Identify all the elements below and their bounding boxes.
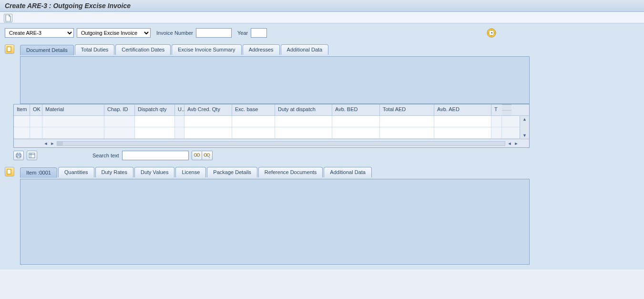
find-next-icon[interactable]	[202, 151, 213, 160]
col-avb-aed[interactable]: Avb. AED	[434, 104, 491, 115]
upper-tabstrip: Document Details Total Duties Certificat…	[20, 44, 329, 55]
find-icon[interactable]	[192, 151, 202, 160]
svg-point-8	[204, 154, 207, 156]
table-row[interactable]	[14, 127, 520, 139]
svg-rect-4	[17, 156, 20, 158]
svg-rect-2	[16, 154, 21, 157]
tab-duty-values[interactable]: Duty Values	[134, 167, 175, 177]
tab-total-duties[interactable]: Total Duties	[75, 44, 114, 55]
search-label: Search text	[92, 153, 119, 158]
tab-excise-invoice-summary[interactable]: Excise Invoice Summary	[172, 44, 241, 55]
col-avb-bed[interactable]: Avb. BED	[332, 104, 380, 115]
tab-package-details[interactable]: Package Details	[207, 167, 257, 177]
year-label: Year	[237, 30, 248, 36]
year-input[interactable]	[251, 28, 267, 38]
grid-config-buttons[interactable]	[502, 104, 511, 115]
svg-rect-5	[29, 153, 35, 158]
tab-additional-data-upper[interactable]: Additional Data	[281, 44, 329, 55]
scroll-right-inner-icon[interactable]: ►	[49, 141, 56, 146]
col-dispatch-qty[interactable]: Dispatch qty	[135, 104, 175, 115]
grid-header: Item OK Material Chap. ID Dispatch qty U…	[14, 104, 529, 116]
new-document-icon[interactable]	[4, 14, 12, 22]
col-duty-dispatch[interactable]: Duty at dispatch	[275, 104, 332, 115]
table-row[interactable]	[14, 116, 520, 127]
document-select[interactable]: Outgoing Excise Invoice	[77, 28, 151, 38]
svg-point-0	[487, 29, 496, 37]
page-title: Create ARE-3 : Outgoing Excise Invoice	[0, 0, 644, 12]
horizontal-scrollbar[interactable]: ◄ ► ◄ ►	[14, 139, 529, 147]
tab-license[interactable]: License	[175, 167, 206, 177]
vertical-scrollbar[interactable]: ▲ ▼	[520, 116, 529, 139]
app-toolbar	[0, 12, 644, 23]
col-uom[interactable]: U...	[175, 104, 184, 115]
item-grid: Item OK Material Chap. ID Dispatch qty U…	[13, 104, 530, 148]
tab-document-details[interactable]: Document Details	[20, 45, 74, 55]
invoice-number-label: Invoice Number	[156, 30, 193, 36]
col-chap-id[interactable]: Chap. ID	[104, 104, 135, 115]
upper-panel	[20, 56, 530, 104]
search-bar: Search text	[13, 151, 639, 160]
tab-addresses[interactable]: Addresses	[243, 44, 280, 55]
svg-point-7	[197, 154, 200, 156]
col-item[interactable]: Item	[14, 104, 30, 115]
col-total-aed[interactable]: Total AED	[380, 104, 434, 115]
export-icon[interactable]	[27, 151, 37, 160]
col-material[interactable]: Material	[42, 104, 104, 115]
print-icon[interactable]	[13, 151, 24, 160]
svg-point-6	[194, 154, 197, 156]
tab-additional-data-lower[interactable]: Additional Data	[324, 167, 372, 177]
tab-reference-documents[interactable]: Reference Documents	[258, 167, 323, 177]
execute-icon[interactable]	[487, 28, 496, 38]
col-exc-base[interactable]: Exc. base	[232, 104, 275, 115]
svg-point-9	[207, 154, 210, 156]
lower-tabstrip: Item :0001 Quantities Duty Rates Duty Va…	[20, 167, 373, 177]
main-area: Create ARE-3 Outgoing Excise Invoice Inv…	[0, 23, 644, 269]
col-ok[interactable]: OK	[30, 104, 42, 115]
col-t[interactable]: T	[491, 104, 502, 115]
tab-quantities[interactable]: Quantities	[58, 167, 94, 177]
scroll-down-icon[interactable]: ▼	[522, 133, 527, 138]
collapse-lower-icon[interactable]	[5, 167, 14, 176]
collapse-upper-icon[interactable]	[5, 44, 14, 54]
selection-row: Create ARE-3 Outgoing Excise Invoice Inv…	[5, 28, 639, 38]
scroll-left-icon[interactable]: ◄	[42, 141, 49, 146]
scroll-left-end-icon[interactable]: ◄	[506, 141, 513, 146]
svg-rect-3	[17, 153, 20, 154]
lower-panel	[20, 179, 530, 265]
search-input[interactable]	[122, 151, 189, 160]
tab-certification-dates[interactable]: Certification Dates	[115, 44, 171, 55]
lower-tabwrap: Item :0001 Quantities Duty Rates Duty Va…	[5, 167, 639, 177]
invoice-number-input[interactable]	[196, 28, 232, 38]
scroll-up-icon[interactable]: ▲	[522, 117, 527, 122]
scroll-right-icon[interactable]: ►	[513, 141, 520, 146]
tab-duty-rates[interactable]: Duty Rates	[95, 167, 133, 177]
tab-item-0001[interactable]: Item :0001	[20, 167, 57, 178]
svg-point-1	[489, 30, 494, 36]
action-select[interactable]: Create ARE-3	[5, 28, 74, 38]
col-avb-cred-qty[interactable]: Avb Cred. Qty	[184, 104, 232, 115]
upper-tabwrap: Document Details Total Duties Certificat…	[5, 44, 639, 55]
